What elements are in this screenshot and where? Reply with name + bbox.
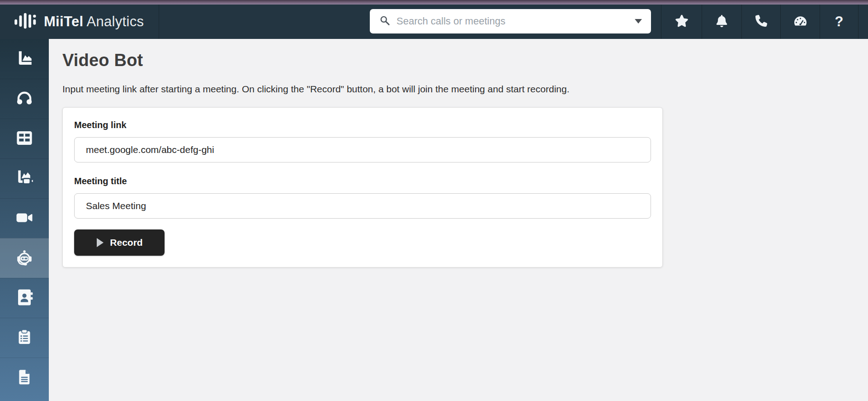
help-button[interactable]: ? (820, 5, 858, 39)
sidebar-item-contacts[interactable] (0, 278, 49, 318)
favorites-button[interactable] (661, 5, 702, 39)
meeting-link-input[interactable] (74, 137, 651, 162)
sidebar (0, 39, 49, 401)
clipboard-list-icon (15, 328, 33, 348)
address-book-icon (15, 288, 34, 309)
dashboard-button[interactable] (780, 5, 820, 39)
notifications-button[interactable] (702, 5, 741, 39)
video-chart-icon (14, 168, 34, 190)
sidebar-item-analytics[interactable] (0, 39, 49, 79)
video-bot-card: Meeting link Meeting title Record (62, 107, 663, 267)
play-icon (96, 238, 104, 248)
table-grid-icon (15, 129, 33, 149)
video-camera-icon (15, 208, 34, 229)
brand-text: MiiTel Analytics (44, 14, 144, 30)
main-content: Video Bot Input meeting link after start… (49, 39, 868, 401)
topbar-actions: ? (661, 5, 868, 39)
page-description: Input meeting link after starting a meet… (62, 84, 868, 95)
topbar-divider (159, 5, 159, 39)
window-title-strip (0, 0, 868, 5)
topbar: MiiTel Analytics (0, 5, 868, 39)
caret-down-icon[interactable] (635, 19, 642, 24)
sidebar-item-video-bot[interactable] (0, 238, 49, 278)
search-icon (379, 14, 391, 28)
calls-button[interactable] (741, 5, 780, 39)
document-icon (15, 368, 33, 388)
meeting-title-input[interactable] (74, 193, 651, 219)
record-button-label: Record (110, 237, 142, 248)
record-button[interactable]: Record (74, 229, 165, 256)
brand-product: Analytics (87, 14, 144, 29)
page-title: Video Bot (62, 51, 868, 70)
question-mark-icon: ? (835, 14, 844, 30)
bell-icon (716, 15, 728, 29)
sidebar-item-video-analytics[interactable] (0, 158, 49, 198)
meeting-title-label: Meeting title (74, 175, 651, 187)
brand-logo[interactable]: MiiTel Analytics (14, 5, 144, 39)
sidebar-item-documents[interactable] (0, 358, 49, 397)
sidebar-item-tasks[interactable] (0, 318, 49, 358)
robot-headset-icon (14, 247, 35, 270)
search-input[interactable] (396, 15, 629, 27)
app-screen: MiiTel Analytics (0, 0, 868, 401)
sidebar-item-calls[interactable] (0, 79, 49, 119)
search-bar[interactable] (370, 9, 651, 33)
sidebar-item-reports[interactable] (0, 119, 49, 158)
star-icon (675, 14, 689, 29)
topbar-edge-spacer (858, 5, 868, 39)
sidebar-item-meetings[interactable] (0, 198, 49, 238)
phone-icon (755, 15, 767, 29)
area-chart-icon (15, 48, 34, 69)
headphones-icon (15, 89, 34, 110)
gauge-icon (793, 14, 807, 30)
brand-name: MiiTel (44, 14, 83, 29)
meeting-link-label: Meeting link (74, 119, 651, 131)
waveform-icon (14, 9, 37, 34)
